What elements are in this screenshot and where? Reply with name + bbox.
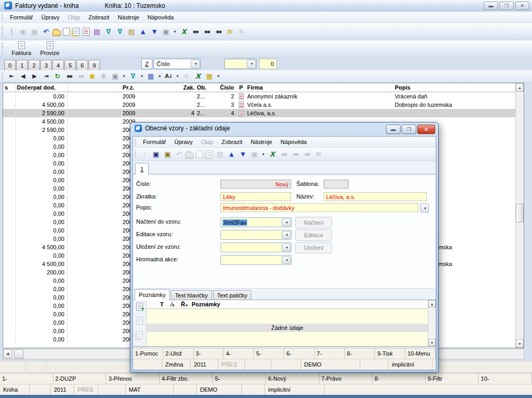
record-tab[interactable]: 2 <box>28 60 40 70</box>
menu-napoveda[interactable]: Nápověda <box>143 12 178 23</box>
scrollbar-thumb[interactable] <box>516 204 524 223</box>
copy-icon[interactable] <box>73 28 80 36</box>
function-key[interactable]: 3- <box>194 348 224 359</box>
column-header-s[interactable]: s <box>3 83 16 92</box>
find-icon[interactable]: ◉◉ <box>190 26 201 37</box>
nazev-field[interactable]: Léčiva, a.s. <box>324 192 427 201</box>
editace-combo[interactable] <box>220 230 292 240</box>
save-as-icon[interactable]: ▣ <box>162 149 173 160</box>
menu-formular[interactable]: Formulář <box>6 12 37 23</box>
page-tab-1[interactable]: 1 <box>135 163 149 174</box>
menu-napoveda[interactable]: Nápověda <box>276 137 311 147</box>
undo-icon[interactable]: ↶ <box>41 26 51 37</box>
vertical-scrollbar[interactable]: ▲ ▼ <box>515 83 524 348</box>
function-key[interactable]: 6- <box>284 348 315 359</box>
provize-button[interactable]: Provize <box>37 41 62 57</box>
column-header-prz[interactable]: Pr.z. <box>122 83 182 92</box>
function-key[interactable]: 3-Přenos <box>106 373 160 384</box>
table-row[interactable]: 2 590,00 2009 4 2... 4 Léčiva, a.s. <box>3 109 515 117</box>
move-up-icon[interactable]: ▲ <box>226 149 237 160</box>
notes-col-poznamky[interactable]: Poznámky <box>191 301 428 307</box>
filter-value-combo[interactable] <box>224 59 257 69</box>
add-record-icon[interactable]: ✱ <box>87 71 97 82</box>
dialog-minimize-button[interactable]: ▬ <box>386 125 401 134</box>
save-icon[interactable]: ▣ <box>151 149 161 160</box>
next-record-icon[interactable]: ▶ <box>29 71 40 82</box>
scroll-up-icon[interactable]: ▲ <box>516 83 524 92</box>
camera-icon[interactable]: ▣ <box>249 149 260 160</box>
prev-record-icon[interactable]: ◀ <box>18 71 28 82</box>
find-again-icon[interactable]: ◉◉ <box>75 71 86 82</box>
record-tab[interactable]: 9 <box>88 60 100 70</box>
new-document-icon[interactable] <box>63 28 70 36</box>
popis-field[interactable]: Imunostimulancia - dodávky <box>220 203 418 212</box>
menu-zobrazit[interactable]: Zobrazit <box>217 137 247 147</box>
save-as-icon[interactable]: ▣ <box>29 26 40 37</box>
notes-col-r4[interactable]: Ř₄ <box>178 301 191 307</box>
new-document-icon[interactable] <box>196 150 203 158</box>
column-header-firma[interactable]: Firma <box>246 83 393 92</box>
filter-icon[interactable]: ∇ <box>128 71 138 82</box>
function-key[interactable]: 10- <box>479 373 532 384</box>
column-header-ob[interactable]: Ob. <box>195 83 214 92</box>
ulozeni-combo[interactable] <box>220 242 292 252</box>
minimize-button[interactable]: ▬ <box>484 2 498 10</box>
count-field[interactable]: 0 <box>259 59 276 69</box>
find-icon[interactable]: ◉◉ <box>279 149 289 160</box>
columns-icon[interactable]: ▦ <box>204 71 215 82</box>
save-icon[interactable]: ▣ <box>18 26 28 37</box>
remove-record-icon[interactable]: ✱ <box>98 71 109 82</box>
record-tab[interactable]: 0 <box>4 60 16 70</box>
dialog-restore-button[interactable]: ❐ <box>402 125 416 134</box>
filter-icon[interactable]: ∇ <box>103 26 114 37</box>
find-next-icon[interactable]: ◉◉ <box>290 149 301 160</box>
camera-dropdown-icon[interactable]: ▾ <box>172 26 178 37</box>
camera-icon[interactable]: ▣ <box>161 26 171 37</box>
popis-dropdown-button[interactable] <box>420 203 429 213</box>
column-header-popis[interactable]: Popis <box>393 83 515 92</box>
function-key[interactable]: 4- <box>224 348 254 359</box>
menu-upravy[interactable]: Úpravy <box>170 137 197 147</box>
menu-zobrazit[interactable]: Zobrazit <box>84 12 114 23</box>
column-header-docerpat[interactable]: Dočerpat dod. <box>16 83 68 92</box>
function-key[interactable]: 9-Tisk <box>375 348 405 359</box>
faktura-button[interactable]: Faktura <box>9 41 34 57</box>
stack-icon[interactable]: ▤ <box>126 26 137 37</box>
function-key[interactable]: 7- <box>315 348 345 359</box>
form-settings-dropdown-icon[interactable]: ▾ <box>157 71 162 82</box>
nacteni-combo[interactable]: Xml2Fav <box>220 217 292 227</box>
nacteni-button[interactable]: Načtení <box>295 217 332 228</box>
excel-export-icon[interactable]: X <box>193 71 203 82</box>
menu-upravy[interactable]: Úpravy <box>37 12 64 23</box>
menu-nastroje[interactable]: Nástroje <box>114 12 143 23</box>
restore-button[interactable]: ❐ <box>500 2 514 10</box>
editace-button[interactable]: Editace <box>295 229 332 241</box>
column-header-zak[interactable]: Zak. <box>182 83 195 92</box>
record-tab[interactable]: 3 <box>40 60 52 70</box>
add-note-icon[interactable] <box>136 303 143 311</box>
ulozeni-button[interactable]: Uložení <box>295 242 332 253</box>
first-record-icon[interactable]: ⇤ <box>6 71 17 82</box>
table-row[interactable]: 4 500,00 2009 2... 3 Včela a.s. Dobropis… <box>3 101 515 109</box>
function-key[interactable]: 10-Menu <box>405 348 436 359</box>
filter-dropdown-icon[interactable]: ▾ <box>139 71 145 82</box>
record-tab[interactable]: 4 <box>52 60 64 70</box>
open-folder-icon[interactable] <box>52 30 61 36</box>
copy-icon[interactable] <box>206 150 213 158</box>
camera-icon[interactable]: ▣ <box>110 71 120 82</box>
form-settings-icon[interactable]: ▦ <box>146 71 156 82</box>
find-prev-icon[interactable]: ◉◉ <box>213 26 224 37</box>
function-key[interactable]: 2-DUZP <box>53 373 107 384</box>
sort-az-icon[interactable]: A↓ <box>163 71 174 82</box>
mail-icon[interactable]: ✉ <box>225 26 235 37</box>
undo-icon[interactable]: ↶ <box>174 149 184 160</box>
last-record-icon[interactable]: ⇥ <box>41 71 51 82</box>
function-key[interactable]: 2-Ulož <box>163 348 194 359</box>
function-key[interactable]: 1- <box>0 373 53 384</box>
function-key[interactable]: 8- <box>372 373 426 384</box>
close-button[interactable]: ✕ <box>515 2 529 10</box>
notes-col-f3[interactable]: ⁄₃ <box>168 301 178 307</box>
function-key[interactable]: 5- <box>213 373 266 384</box>
menu-nastroje[interactable]: Nástroje <box>247 137 276 147</box>
sort-dropdown-icon[interactable]: ▾ <box>175 71 180 82</box>
